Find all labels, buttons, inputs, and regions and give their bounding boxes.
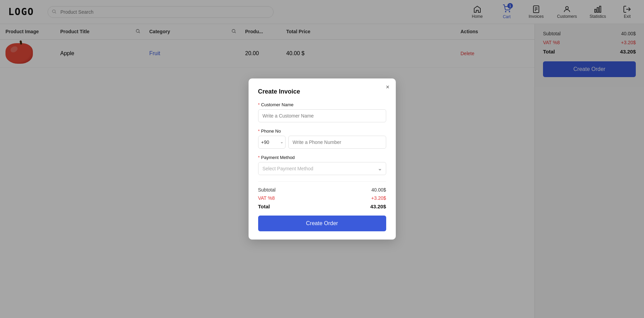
modal-title: Create Invoice [258,88,386,95]
customer-name-label: *Customer Name [258,102,386,107]
payment-method-group: *Payment Method Select Payment Method Ca… [258,155,386,175]
phone-label: *Phone No [258,129,386,134]
customer-name-required: * [258,102,260,107]
customer-name-input[interactable] [258,109,386,122]
phone-group: *Phone No +90 +1 +44 +91 ⌄ [258,129,386,149]
modal-total-row: Total 43.20$ [258,204,386,209]
payment-method-label: *Payment Method [258,155,386,160]
modal-vat-value: +3.20$ [371,195,386,201]
modal-summary: Subtotal 40.00$ VAT %8 +3.20$ Total 43.2… [258,181,386,209]
modal-vat-row: VAT %8 +3.20$ [258,195,386,201]
payment-select-wrapper: Select Payment Method Cash Credit Card B… [258,162,386,175]
country-code-wrapper: +90 +1 +44 +91 ⌄ [258,136,286,149]
customer-name-group: *Customer Name [258,102,386,122]
modal-close-button[interactable]: × [386,84,390,90]
payment-method-select[interactable]: Select Payment Method Cash Credit Card B… [258,162,386,175]
modal-create-order-button[interactable]: Create Order [258,216,386,231]
modal-total-label: Total [258,204,270,209]
modal-overlay[interactable]: × Create Invoice *Customer Name *Phone N… [0,0,644,318]
modal-subtotal-row: Subtotal 40.00$ [258,187,386,193]
phone-row: +90 +1 +44 +91 ⌄ [258,136,386,149]
modal-total-value: 43.20$ [370,204,386,209]
phone-number-input[interactable] [288,136,386,149]
modal-subtotal-value: 40.00$ [371,187,386,193]
modal-vat-label: VAT %8 [258,195,275,201]
modal-subtotal-label: Subtotal [258,187,276,193]
payment-required: * [258,155,260,160]
create-invoice-modal: × Create Invoice *Customer Name *Phone N… [249,78,396,240]
country-code-select[interactable]: +90 +1 +44 +91 [258,136,286,149]
phone-required: * [258,129,260,134]
